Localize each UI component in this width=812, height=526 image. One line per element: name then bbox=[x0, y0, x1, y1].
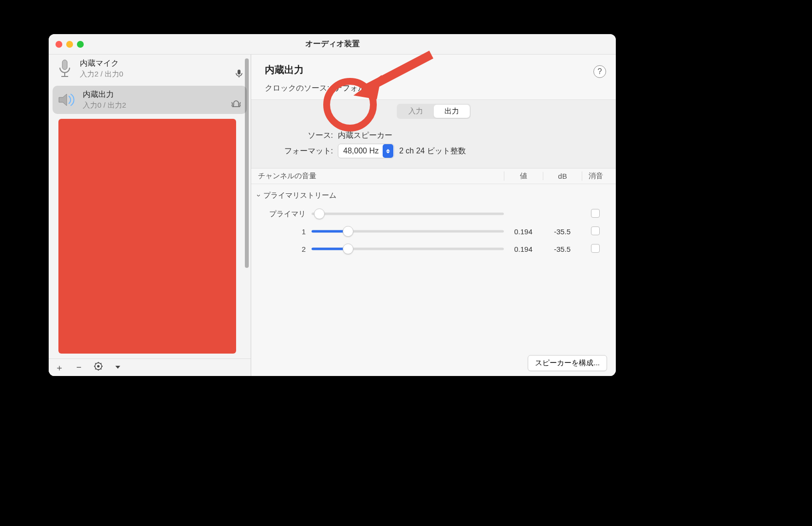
device-detail-panel: 内蔵出力 クロックのソース: デフォルト ? 入力 出力 ソース: 内蔵スピーカ… bbox=[251, 55, 616, 376]
device-row-builtin-output[interactable]: 内蔵出力 入力0 / 出力2 bbox=[53, 86, 247, 114]
device-name: 内蔵マイク bbox=[80, 58, 228, 69]
format-description: 2 ch 24 ビット整数 bbox=[399, 146, 466, 156]
channel-1-mute-checkbox[interactable] bbox=[591, 226, 600, 235]
channel-2-value: 0.194 bbox=[504, 245, 543, 253]
channel-1-value: 0.194 bbox=[504, 227, 543, 236]
col-value: 値 bbox=[504, 171, 543, 181]
device-info: 内蔵マイク 入力2 / 出力0 bbox=[80, 58, 228, 79]
svg-line-15 bbox=[101, 363, 102, 364]
svg-line-13 bbox=[101, 369, 102, 370]
clock-source-value: デフォルト bbox=[334, 84, 373, 92]
format-row: フォーマット: 48,000 Hz 2 ch 24 ビット整数 bbox=[265, 144, 602, 158]
svg-line-14 bbox=[95, 369, 96, 370]
clock-source-label: クロックのソース: bbox=[265, 84, 329, 92]
channel-row-1: 1 0.194 -35.5 bbox=[258, 223, 609, 240]
channel-primary-label: プライマリ bbox=[258, 209, 312, 219]
device-name: 内蔵出力 bbox=[83, 90, 225, 100]
svg-line-12 bbox=[95, 363, 96, 364]
tab-output[interactable]: 出力 bbox=[434, 105, 470, 118]
help-button[interactable]: ? bbox=[593, 65, 606, 78]
channel-2-label: 2 bbox=[258, 245, 312, 253]
action-dropdown-button[interactable] bbox=[112, 362, 124, 373]
format-label: フォーマット: bbox=[265, 146, 333, 156]
default-alert-icon bbox=[230, 98, 242, 110]
channel-row-primary: プライマリ bbox=[258, 205, 609, 223]
channel-table-header: チャンネルの音量 値 dB 消音 bbox=[251, 169, 616, 184]
primary-stream-header[interactable]: › プライマリストリーム bbox=[258, 189, 609, 205]
audio-midi-setup-window: オーディオ装置 内蔵マイク 入力2 / 出力0 bbox=[49, 34, 616, 376]
svg-marker-5 bbox=[59, 94, 67, 106]
action-menu-button[interactable] bbox=[92, 362, 104, 373]
device-io-summary: 入力2 / 出力0 bbox=[80, 70, 228, 79]
output-settings: ソース: 内蔵スピーカー フォーマット: 48,000 Hz 2 ch 24 ビ… bbox=[251, 123, 616, 169]
detail-footer: スピーカーを構成... bbox=[528, 355, 607, 371]
channel-2-db: -35.5 bbox=[543, 245, 582, 253]
channel-row-2: 2 0.194 -35.5 bbox=[258, 240, 609, 258]
svg-marker-16 bbox=[115, 366, 120, 369]
primary-stream-group: › プライマリストリーム プライマリ 1 bbox=[251, 184, 616, 263]
detail-header: 内蔵出力 クロックのソース: デフォルト ? bbox=[251, 55, 616, 99]
sidebar-scrollbar[interactable] bbox=[245, 58, 249, 357]
detail-device-title: 内蔵出力 bbox=[265, 63, 602, 76]
device-row-builtin-mic[interactable]: 内蔵マイク 入力2 / 出力0 bbox=[49, 55, 251, 83]
col-mute: 消音 bbox=[582, 171, 609, 181]
source-value: 内蔵スピーカー bbox=[338, 131, 392, 141]
clock-source-row: クロックのソース: デフォルト bbox=[265, 83, 602, 94]
channel-1-db: -35.5 bbox=[543, 227, 582, 236]
channel-2-mute-checkbox[interactable] bbox=[591, 244, 600, 253]
sidebar-toolbar: ＋ − bbox=[49, 358, 251, 376]
device-info: 内蔵出力 入力0 / 出力2 bbox=[83, 90, 225, 110]
device-sidebar: 内蔵マイク 入力2 / 出力0 bbox=[49, 55, 251, 376]
primary-volume-slider[interactable] bbox=[312, 208, 504, 219]
svg-point-7 bbox=[97, 365, 100, 368]
svg-rect-3 bbox=[238, 70, 240, 75]
col-channel-volume: チャンネルの音量 bbox=[258, 171, 504, 181]
source-row: ソース: 内蔵スピーカー bbox=[265, 131, 602, 141]
channel-2-volume-slider[interactable] bbox=[312, 244, 504, 254]
remove-device-button[interactable]: − bbox=[73, 362, 85, 373]
minimize-window-button[interactable] bbox=[66, 41, 73, 48]
sample-rate-select[interactable]: 48,000 Hz bbox=[338, 144, 394, 158]
device-io-summary: 入力0 / 出力2 bbox=[83, 101, 225, 110]
traffic-lights bbox=[49, 41, 84, 48]
add-device-button[interactable]: ＋ bbox=[54, 362, 65, 374]
channel-1-volume-slider[interactable] bbox=[312, 226, 504, 237]
speaker-icon bbox=[57, 90, 78, 110]
default-input-icon bbox=[233, 67, 245, 79]
source-label: ソース: bbox=[265, 131, 333, 141]
device-list: 内蔵マイク 入力2 / 出力0 bbox=[49, 55, 251, 115]
primary-stream-label: プライマリストリーム bbox=[263, 191, 336, 200]
zoom-window-button[interactable] bbox=[77, 41, 84, 48]
tab-input[interactable]: 入力 bbox=[398, 105, 434, 118]
microphone-icon bbox=[55, 58, 75, 79]
window-title: オーディオ装置 bbox=[49, 39, 616, 49]
io-tab-bar: 入力 出力 bbox=[251, 99, 616, 123]
window-titlebar: オーディオ装置 bbox=[49, 34, 616, 55]
primary-mute-checkbox[interactable] bbox=[591, 209, 600, 218]
channel-1-label: 1 bbox=[258, 227, 312, 236]
annotation-redacted-area bbox=[58, 119, 236, 354]
col-db: dB bbox=[543, 172, 582, 180]
close-window-button[interactable] bbox=[55, 41, 62, 48]
configure-speakers-button[interactable]: スピーカーを構成... bbox=[528, 355, 607, 371]
svg-rect-0 bbox=[62, 60, 67, 70]
stepper-arrows-icon bbox=[383, 144, 393, 158]
sample-rate-value: 48,000 Hz bbox=[343, 147, 379, 155]
chevron-down-icon: › bbox=[255, 194, 263, 197]
